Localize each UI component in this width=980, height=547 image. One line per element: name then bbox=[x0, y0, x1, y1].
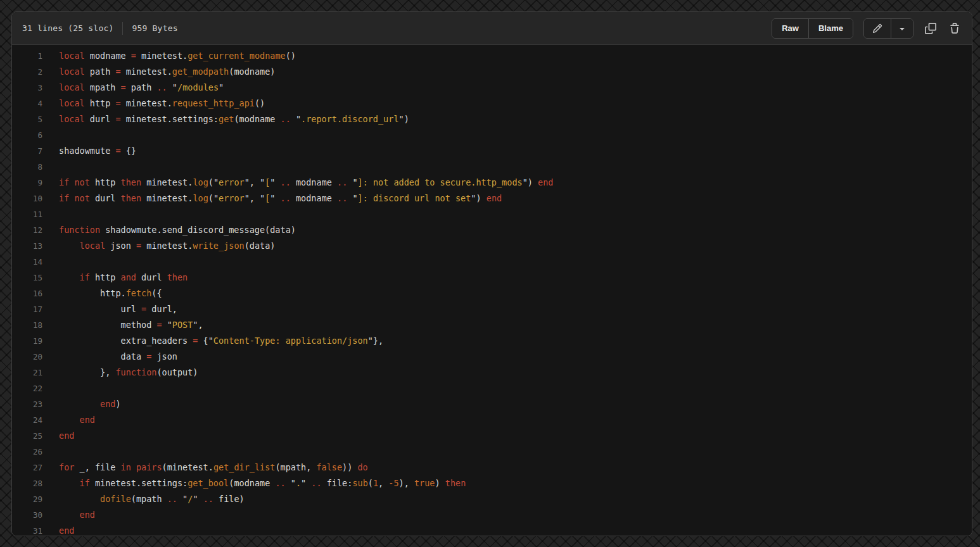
line-number[interactable]: 7 bbox=[12, 143, 42, 159]
code-line: 7shadowmute = {} bbox=[12, 143, 972, 159]
code-line: 2local path = minetest.get_modpath(modna… bbox=[12, 64, 972, 80]
file-header: 31 lines (25 sloc) 959 Bytes Raw Blame bbox=[12, 12, 972, 45]
line-number[interactable]: 14 bbox=[12, 254, 42, 270]
code-line: 13 local json = minetest.write_json(data… bbox=[12, 238, 972, 254]
code-line: 22 bbox=[12, 380, 972, 396]
code-text: if not durl then minetest.log("error", "… bbox=[42, 191, 502, 206]
line-number[interactable]: 11 bbox=[12, 206, 42, 222]
code-text: if not http then minetest.log("error", "… bbox=[42, 175, 553, 191]
code-text bbox=[42, 159, 59, 175]
code-view: 1local modname = minetest.get_current_mo… bbox=[12, 45, 972, 536]
code-line: 11 bbox=[12, 206, 972, 222]
line-number[interactable]: 27 bbox=[12, 460, 42, 475]
edit-button-group bbox=[863, 18, 913, 39]
code-line: 28 if minetest.settings:get_bool(modname… bbox=[12, 475, 972, 491]
code-line: 1local modname = minetest.get_current_mo… bbox=[12, 48, 972, 64]
code-line: 12function shadowmute.send_discord_messa… bbox=[12, 222, 972, 238]
code-line: 17 url = durl, bbox=[12, 301, 972, 317]
code-text bbox=[42, 127, 59, 143]
line-number[interactable]: 1 bbox=[12, 48, 42, 64]
code-text: if http and durl then bbox=[42, 270, 188, 286]
line-number[interactable]: 3 bbox=[12, 80, 42, 96]
line-number[interactable]: 15 bbox=[12, 270, 42, 286]
line-number[interactable]: 5 bbox=[12, 111, 42, 127]
file-info: 31 lines (25 sloc) 959 Bytes bbox=[22, 22, 178, 35]
code-line: 26 bbox=[12, 444, 972, 460]
line-number[interactable]: 20 bbox=[12, 349, 42, 365]
code-text bbox=[42, 254, 59, 270]
line-number[interactable]: 31 bbox=[12, 523, 42, 536]
file-size: 959 Bytes bbox=[132, 23, 177, 33]
file-lines-count: 31 lines (25 sloc) bbox=[22, 23, 113, 33]
code-text: end bbox=[42, 428, 74, 444]
code-text: local json = minetest.write_json(data) bbox=[42, 238, 275, 254]
code-text: data = json bbox=[42, 349, 177, 365]
code-text: url = durl, bbox=[42, 301, 177, 317]
code-line: 24 end bbox=[12, 412, 972, 428]
code-line: 5local durl = minetest.settings:get(modn… bbox=[12, 111, 972, 127]
code-line: 15 if http and durl then bbox=[12, 270, 972, 286]
code-text: local modname = minetest.get_current_mod… bbox=[42, 48, 296, 64]
edit-button[interactable] bbox=[864, 19, 891, 38]
code-text: http.fetch({ bbox=[42, 286, 162, 301]
code-line: 30 end bbox=[12, 507, 972, 523]
code-line: 4local http = minetest.request_http_api(… bbox=[12, 96, 972, 111]
line-number[interactable]: 29 bbox=[12, 491, 42, 507]
line-number[interactable]: 30 bbox=[12, 507, 42, 523]
line-number[interactable]: 26 bbox=[12, 444, 42, 460]
code-text: end bbox=[42, 412, 95, 428]
code-text bbox=[42, 206, 59, 222]
code-line: 10if not durl then minetest.log("error",… bbox=[12, 191, 972, 206]
code-text bbox=[42, 444, 59, 460]
line-number[interactable]: 13 bbox=[12, 238, 42, 254]
line-number[interactable]: 16 bbox=[12, 286, 42, 301]
raw-button[interactable]: Raw bbox=[772, 19, 808, 38]
code-line: 31end bbox=[12, 523, 972, 536]
blame-button[interactable]: Blame bbox=[808, 19, 853, 38]
line-number[interactable]: 28 bbox=[12, 475, 42, 491]
code-text: }, function(output) bbox=[42, 365, 198, 380]
code-text: local durl = minetest.settings:get(modna… bbox=[42, 111, 409, 127]
file-actions: Raw Blame bbox=[772, 18, 962, 39]
code-line: 8 bbox=[12, 159, 972, 175]
line-number[interactable]: 12 bbox=[12, 222, 42, 238]
code-line: 25end bbox=[12, 428, 972, 444]
copy-icon bbox=[925, 23, 936, 34]
delete-button[interactable] bbox=[948, 22, 962, 35]
code-line: 6 bbox=[12, 127, 972, 143]
line-number[interactable]: 24 bbox=[12, 412, 42, 428]
line-number[interactable]: 19 bbox=[12, 333, 42, 349]
code-line: 29 dofile(mpath .. "/" .. file) bbox=[12, 491, 972, 507]
line-number[interactable]: 18 bbox=[12, 317, 42, 333]
code-text: local http = minetest.request_http_api() bbox=[42, 96, 265, 111]
line-number[interactable]: 9 bbox=[12, 175, 42, 191]
line-number[interactable]: 2 bbox=[12, 64, 42, 80]
line-number[interactable]: 6 bbox=[12, 127, 42, 143]
line-number[interactable]: 22 bbox=[12, 380, 42, 396]
copy-button[interactable] bbox=[924, 22, 938, 35]
code-text bbox=[42, 380, 59, 396]
code-text: shadowmute = {} bbox=[42, 143, 136, 159]
code-line: 19 extra_headers = {"Content-Type: appli… bbox=[12, 333, 972, 349]
code-line: 16 http.fetch({ bbox=[12, 286, 972, 301]
line-number[interactable]: 8 bbox=[12, 159, 42, 175]
line-number[interactable]: 21 bbox=[12, 365, 42, 380]
line-number[interactable]: 4 bbox=[12, 96, 42, 111]
code-text: dofile(mpath .. "/" .. file) bbox=[42, 491, 245, 507]
line-number[interactable]: 23 bbox=[12, 396, 42, 412]
code-text: local mpath = path .. "/modules" bbox=[42, 80, 224, 96]
code-text: if minetest.settings:get_bool(modname ..… bbox=[42, 475, 466, 491]
code-text: for _, file in pairs(minetest.get_dir_li… bbox=[42, 460, 368, 475]
pencil-icon bbox=[872, 23, 882, 34]
code-line: 20 data = json bbox=[12, 349, 972, 365]
code-line: 3local mpath = path .. "/modules" bbox=[12, 80, 972, 96]
code-text: end bbox=[42, 523, 74, 536]
edit-dropdown-button[interactable] bbox=[891, 19, 913, 38]
line-number[interactable]: 17 bbox=[12, 301, 42, 317]
code-text: method = "POST", bbox=[42, 317, 203, 333]
file-panel: 31 lines (25 sloc) 959 Bytes Raw Blame bbox=[11, 11, 972, 536]
line-number[interactable]: 10 bbox=[12, 191, 42, 206]
file-info-divider bbox=[122, 22, 123, 35]
line-number[interactable]: 25 bbox=[12, 428, 42, 444]
caret-down-icon bbox=[897, 23, 907, 34]
